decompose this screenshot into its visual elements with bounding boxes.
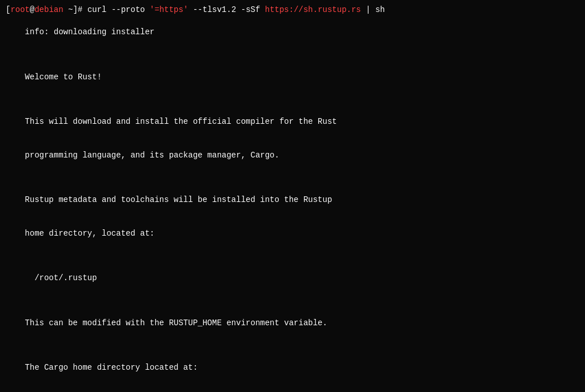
desc-line-2: programming language, and its package ma…	[6, 139, 579, 172]
rustup-path: /root/.rustup	[6, 262, 579, 296]
command-flags: --tlsv1.2 -sSf	[188, 5, 265, 16]
command-text: curl --proto	[87, 5, 150, 16]
blank-5	[6, 295, 579, 306]
prompt-bracket-close: ]	[73, 5, 78, 16]
info-downloading: info: downloading installer	[6, 16, 579, 50]
blank-4	[6, 250, 579, 262]
command-pipe: | sh	[361, 5, 385, 16]
prompt-bracket-open: [	[6, 5, 10, 16]
prompt-at: @	[30, 5, 34, 16]
desc-line-1: This will download and install the offic…	[6, 105, 579, 139]
prompt-host: debian	[34, 5, 63, 16]
blank-3	[6, 172, 579, 184]
command-url: https://sh.rustup.rs	[265, 5, 361, 16]
rustup-line-2: home directory, located at:	[6, 217, 579, 250]
blank-7	[6, 385, 579, 392]
terminal: [root@debian ~]# curl --proto '=https' -…	[0, 0, 585, 392]
command-line: [root@debian ~]# curl --proto '=https' -…	[6, 5, 579, 16]
blank-1	[6, 49, 579, 60]
prompt-dollar: #	[78, 5, 87, 16]
command-proto-val: '=https'	[150, 5, 188, 16]
rustup-line-1: Rustup metadata and toolchains will be i…	[6, 184, 579, 217]
prompt-path: ~	[63, 5, 73, 16]
prompt-user: root	[10, 5, 30, 16]
rustup-home-env: This can be modified with the RUSTUP_HOM…	[6, 306, 579, 340]
blank-6	[6, 340, 579, 351]
blank-2	[6, 94, 579, 106]
welcome-line: Welcome to Rust!	[6, 60, 579, 94]
cargo-home-line: The Cargo home directory located at:	[6, 351, 579, 385]
